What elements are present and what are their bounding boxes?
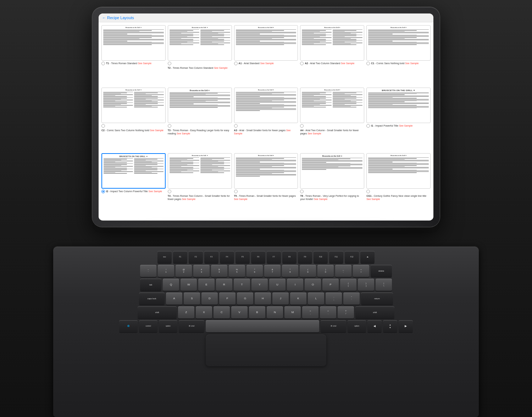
key-w[interactable]: W	[181, 279, 197, 291]
key-m[interactable]: M	[284, 306, 301, 318]
key-control[interactable]: control	[139, 320, 157, 332]
see-sample-t1[interactable]: See Sample	[138, 62, 151, 65]
key-f1[interactable]: F1	[173, 251, 187, 263]
radio-t2[interactable]	[168, 62, 171, 65]
key-f10[interactable]: F10	[314, 251, 328, 263]
key-l[interactable]: L	[308, 293, 324, 305]
key-8[interactable]: *8	[282, 265, 298, 277]
radio-a2[interactable]	[300, 62, 304, 65]
key-u[interactable]: U	[269, 279, 286, 291]
key-v[interactable]: V	[231, 306, 248, 318]
key-semicolon[interactable]: :;	[326, 293, 342, 305]
layout-item-c2[interactable]: Bruscetta on the Grill ✦C2 - Comic Sans …	[101, 88, 166, 151]
key-o[interactable]: O	[305, 279, 321, 291]
see-sample-t5[interactable]: See Sample	[234, 198, 248, 200]
key-f[interactable]: F	[219, 293, 235, 305]
key-esc[interactable]: esc	[157, 251, 172, 263]
key-f12[interactable]: F12	[345, 251, 359, 263]
radio-t4[interactable]	[168, 190, 171, 193]
see-sample-t6[interactable]: See Sample	[314, 198, 327, 200]
key-b[interactable]: B	[249, 306, 265, 318]
key-n[interactable]: N	[267, 306, 283, 318]
radio-a3[interactable]	[234, 124, 238, 128]
key-f4[interactable]: F4	[220, 251, 234, 263]
radio-i2[interactable]	[101, 190, 105, 193]
key-r[interactable]: R	[216, 279, 232, 291]
see-sample-a1[interactable]: See Sample	[260, 62, 274, 65]
radio-t6[interactable]	[300, 190, 304, 193]
key-period[interactable]: >.	[320, 306, 336, 318]
key-space[interactable]	[206, 320, 319, 332]
key-arrow-left[interactable]: ◀	[367, 320, 382, 332]
layout-item-t1[interactable]: Bruscetta on the Grill ✦T1 - Times Roman…	[101, 25, 166, 85]
key-x[interactable]: X	[196, 306, 212, 318]
key-f11[interactable]: F11	[329, 251, 343, 263]
see-sample-i1[interactable]: See Sample	[399, 124, 412, 127]
back-button[interactable]: ← Recipe Layouts	[102, 16, 134, 20]
key-i[interactable]: I	[287, 279, 303, 291]
layout-item-t4[interactable]: Bruscetta on the Grill ✦T4 - Times Roman…	[168, 153, 232, 217]
see-sample-cg1[interactable]: See Sample	[366, 198, 380, 200]
key-4[interactable]: $4	[211, 265, 227, 277]
key-arrow-updown[interactable]: ▲ ▼	[383, 320, 397, 332]
key-cmd-left[interactable]: ⌘ cmd	[179, 320, 204, 332]
see-sample-a4[interactable]: See Sample	[307, 132, 321, 135]
key-option-left[interactable]: option	[159, 320, 177, 332]
key-g[interactable]: G	[237, 293, 253, 305]
layout-item-a2[interactable]: Bruscetta on the Grill ✦A2 - Arial Two C…	[300, 25, 364, 85]
key-cmd-right[interactable]: ⌘ cmd	[321, 320, 346, 332]
key-arrow-right[interactable]: ▶	[399, 320, 413, 332]
key-f9[interactable]: F9	[298, 251, 312, 263]
layout-item-c1[interactable]: Bruscetta on the Grill ✦C1 - Comic Sans …	[366, 25, 431, 85]
key-slash[interactable]: ?/	[338, 306, 354, 318]
key-f3[interactable]: F3	[204, 251, 218, 263]
trackpad[interactable]	[206, 334, 326, 366]
key-caps[interactable]: caps lock	[139, 293, 165, 305]
layout-item-i2[interactable]: Bruscetta on the Grill ✦I2 - Impact Two …	[101, 153, 166, 217]
key-backslash[interactable]: |\	[376, 279, 392, 291]
radio-a1[interactable]	[234, 62, 238, 65]
layout-item-t6[interactable]: Bruscetta on the Grill ✦T6 - Times Roman…	[300, 153, 364, 217]
see-sample-t3[interactable]: See Sample	[177, 132, 190, 135]
key-delete[interactable]: delete	[371, 265, 392, 277]
key-k[interactable]: K	[290, 293, 306, 305]
key-quote[interactable]: "'	[343, 293, 360, 305]
key-backtick[interactable]: ~`	[140, 265, 156, 277]
key-rbracket[interactable]: }]	[358, 279, 374, 291]
key-5[interactable]: %5	[229, 265, 245, 277]
see-sample-t4[interactable]: See Sample	[182, 198, 195, 200]
key-h[interactable]: H	[255, 293, 271, 305]
radio-cg1[interactable]	[366, 190, 370, 193]
key-f5[interactable]: F5	[235, 251, 250, 263]
key-p[interactable]: P	[322, 279, 339, 291]
key-power[interactable]: ⏏	[360, 251, 375, 263]
see-sample-c1[interactable]: See Sample	[405, 62, 419, 65]
key-d[interactable]: D	[201, 293, 218, 305]
key-7[interactable]: &7	[264, 265, 281, 277]
key-tab[interactable]: tab	[140, 279, 161, 291]
layout-item-t2[interactable]: Bruscetta on the Grill ✦T2 - Times Roman…	[168, 25, 232, 85]
see-sample-i2[interactable]: See Sample	[149, 190, 162, 193]
layout-item-t3[interactable]: Bruscetta on the Grill ✦T3 - Times Roman…	[168, 88, 232, 151]
radio-c1[interactable]	[366, 62, 370, 65]
key-0[interactable]: )0	[317, 265, 334, 277]
key-return[interactable]: return	[361, 293, 393, 305]
key-shift-left[interactable]: shift	[138, 306, 177, 318]
layout-item-t5[interactable]: Bruscetta on the Grill ✦T5 - Times Roman…	[234, 153, 298, 217]
key-globe[interactable]: 🌐	[119, 320, 138, 332]
key-a[interactable]: A	[166, 293, 182, 305]
key-comma[interactable]: <,	[302, 306, 318, 318]
key-minus[interactable]: _-	[335, 265, 351, 277]
layout-item-a3[interactable]: Bruscetta on the Grill ✦A3 - Arial - Sma…	[234, 88, 298, 151]
layout-item-a4[interactable]: Bruscetta on the Grill ✦A4 - Arial Two C…	[300, 88, 364, 151]
key-option-right[interactable]: option	[348, 320, 366, 332]
key-lbracket[interactable]: {[	[340, 279, 356, 291]
see-sample-c2[interactable]: See Sample	[150, 129, 164, 132]
key-c[interactable]: C	[214, 306, 230, 318]
key-9[interactable]: (9	[300, 265, 316, 277]
key-f8[interactable]: F8	[282, 251, 297, 263]
key-z[interactable]: Z	[178, 306, 194, 318]
radio-i1[interactable]	[366, 124, 370, 128]
see-sample-t2[interactable]: See Sample	[214, 67, 227, 69]
see-sample-a2[interactable]: See Sample	[341, 62, 354, 65]
